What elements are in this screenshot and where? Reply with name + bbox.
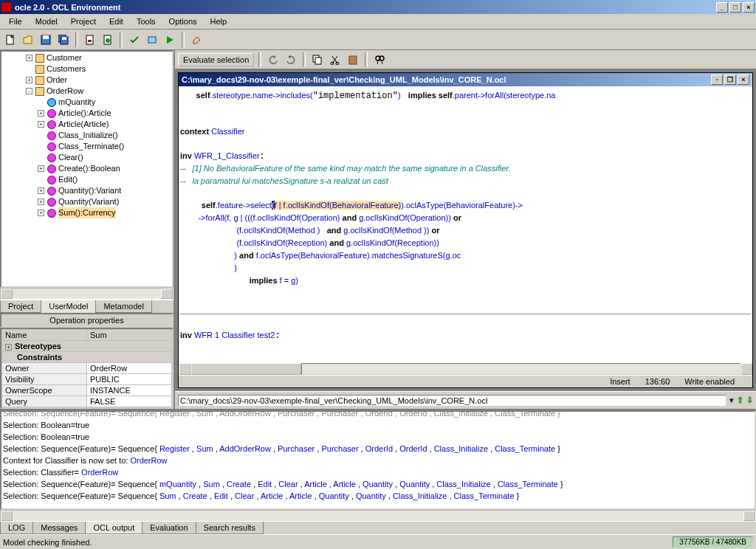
document-titlebar: C:\mary_docs\29-nov-03\exemple-final_ver…: [179, 73, 752, 86]
title-bar: ocle 2.0 - OCL Environment _ □ ×: [0, 0, 756, 14]
tree-item[interactable]: +Quantity():Variant: [2, 185, 171, 196]
erase-icon[interactable]: [189, 32, 204, 47]
evaluate-selection-button[interactable]: Evaluate selection: [178, 53, 254, 66]
tab-messages[interactable]: Messages: [32, 522, 86, 534]
path-bar: ▾ ⇧ ⇩: [175, 391, 756, 409]
attr-icon: [47, 98, 56, 107]
svg-rect-5: [62, 37, 66, 40]
menu-file[interactable]: File: [3, 15, 28, 27]
tree-item[interactable]: Class_Terminate(): [2, 141, 171, 152]
op-icon: [46, 140, 58, 153]
prop-stereotypes[interactable]: Stereotypes: [15, 342, 61, 351]
expand-icon[interactable]: +: [26, 77, 32, 83]
tree-item[interactable]: Class_Initialize(): [2, 130, 171, 141]
app-icon: [1, 2, 12, 13]
menu-bar: File Model Project Edit Tools Options He…: [0, 14, 756, 30]
compile-icon[interactable]: [145, 32, 159, 47]
left-tabs: Project UserModel Metamodel: [0, 300, 173, 313]
cls-icon: [35, 65, 44, 74]
minimize-button[interactable]: _: [716, 2, 728, 13]
tab-metamodel[interactable]: Metamodel: [95, 300, 151, 313]
tree-item[interactable]: +Article(Article): [2, 119, 171, 130]
close-button[interactable]: ×: [743, 2, 755, 13]
output-hscroll[interactable]: [0, 510, 756, 522]
prop-value-header: Sum: [87, 330, 172, 341]
tree-item[interactable]: +Order: [2, 75, 171, 86]
main-toolbar: [0, 30, 756, 50]
tree-hscroll[interactable]: [0, 288, 173, 300]
properties-panel: NameSum +Stereotypes Constraints OwnerOr…: [0, 328, 173, 409]
tab-ocl-output[interactable]: OCL output: [85, 522, 142, 534]
newmodel-icon[interactable]: [83, 32, 97, 47]
doc-close-button[interactable]: ×: [738, 75, 749, 85]
tree-item[interactable]: +Sum():Currency: [2, 207, 171, 218]
tab-usermodel[interactable]: UserModel: [41, 300, 96, 313]
find-icon[interactable]: [372, 52, 387, 67]
open-icon[interactable]: [21, 32, 35, 47]
tab-project[interactable]: Project: [0, 300, 41, 313]
tree-item[interactable]: +Article():Article: [2, 108, 171, 119]
op-icon: [46, 162, 58, 175]
tree-item[interactable]: mQuantity: [2, 97, 171, 108]
tab-evaluation[interactable]: Evaluation: [142, 522, 196, 534]
cut-icon[interactable]: [328, 52, 343, 67]
save-icon[interactable]: [38, 32, 53, 47]
expand-icon[interactable]: +: [38, 121, 44, 128]
editor-mode: Insert: [610, 377, 630, 386]
saveall-icon[interactable]: [56, 32, 71, 47]
op-icon: [46, 196, 58, 208]
left-panel: +CustomerCustomers+Order-OrderRowmQuanti…: [0, 50, 175, 409]
copy-icon[interactable]: [310, 52, 325, 67]
cls-icon: [35, 87, 44, 96]
menu-model[interactable]: Model: [30, 15, 63, 27]
prop-constraints[interactable]: Constraints: [17, 353, 62, 362]
document-window: C:\mary_docs\29-nov-03\exemple-final_ver…: [178, 72, 753, 388]
expand-icon[interactable]: +: [38, 110, 44, 117]
path-input[interactable]: [178, 395, 726, 407]
tree-item[interactable]: +Create():Boolean: [2, 163, 171, 174]
tree-item[interactable]: Customers: [2, 63, 171, 75]
nav-up-icon[interactable]: ⇧: [737, 396, 743, 405]
op-icon: [46, 173, 58, 186]
tree-item[interactable]: +Quantity(Variant): [2, 196, 171, 207]
maximize-button[interactable]: □: [729, 2, 741, 13]
tree-item[interactable]: Clear(): [2, 152, 171, 163]
memory-status: 37756KB / 47480KB: [673, 536, 753, 548]
nav-down-icon[interactable]: ⇩: [746, 396, 753, 405]
op-icon: [46, 118, 58, 131]
menu-project[interactable]: Project: [65, 15, 102, 27]
editor-hscroll[interactable]: [179, 363, 752, 375]
expand-icon[interactable]: +: [38, 210, 44, 216]
expand-icon[interactable]: +: [38, 187, 44, 194]
check-icon[interactable]: [127, 32, 142, 47]
prop-name-header: Name: [2, 330, 87, 341]
dropdown-icon[interactable]: ▾: [729, 396, 734, 405]
tree-item[interactable]: Edit(): [2, 174, 171, 185]
doc-restore-button[interactable]: ❐: [724, 75, 736, 85]
tab-log[interactable]: LOG: [0, 522, 33, 534]
tree-item[interactable]: -OrderRow: [2, 86, 171, 97]
undo-icon[interactable]: [266, 52, 281, 67]
expand-icon[interactable]: +: [38, 198, 44, 205]
output-area[interactable]: Selection: Sequence(Feature)= Sequence{ …: [0, 410, 756, 510]
newproject-icon[interactable]: [100, 32, 115, 47]
tree-item[interactable]: +Customer: [2, 52, 171, 63]
menu-edit[interactable]: Edit: [103, 15, 129, 27]
status-bar: Model checking finished. 37756KB / 47480…: [0, 534, 756, 549]
expand-icon[interactable]: -: [26, 88, 32, 94]
tab-search[interactable]: Search results: [196, 522, 264, 534]
status-message: Model checking finished.: [3, 538, 92, 547]
model-tree[interactable]: +CustomerCustomers+Order-OrderRowmQuanti…: [0, 50, 173, 288]
code-editor[interactable]: self.stereotype.name->includes("implemen…: [179, 86, 752, 363]
menu-options[interactable]: Options: [163, 15, 203, 27]
doc-min-button[interactable]: ▫: [711, 75, 723, 85]
paste-icon[interactable]: [346, 52, 360, 67]
run-icon[interactable]: [162, 32, 177, 47]
new-icon[interactable]: [3, 32, 18, 47]
expand-icon[interactable]: +: [38, 165, 44, 172]
menu-tools[interactable]: Tools: [131, 15, 162, 27]
menu-help[interactable]: Help: [205, 15, 233, 27]
expand-icon[interactable]: +: [26, 55, 32, 61]
svg-rect-2: [43, 35, 49, 39]
redo-icon[interactable]: [284, 52, 298, 67]
